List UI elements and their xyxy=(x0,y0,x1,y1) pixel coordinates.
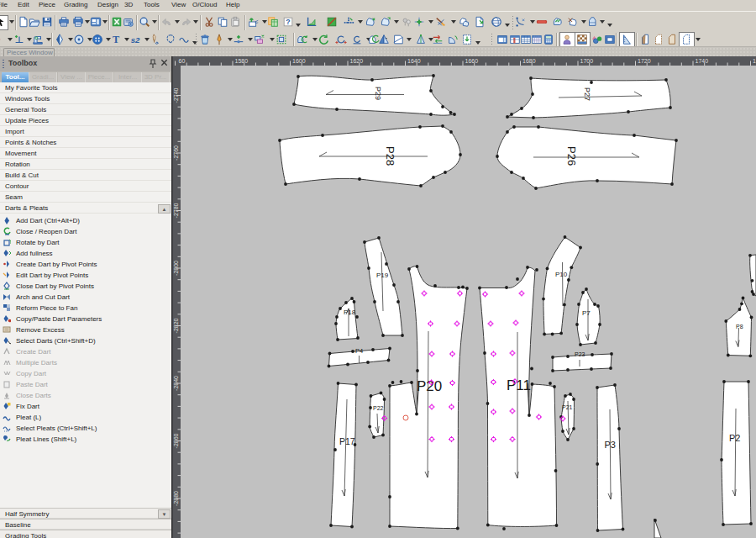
svg-text:P11: P11 xyxy=(507,377,531,393)
svg-text:P18: P18 xyxy=(344,309,356,316)
svg-text:P23: P23 xyxy=(575,351,585,357)
svg-text:-2800: -2800 xyxy=(173,261,179,276)
svg-text:T: T xyxy=(113,34,119,45)
svg-text:P22: P22 xyxy=(373,405,384,411)
svg-text:1700: 1700 xyxy=(580,58,594,64)
svg-text:1720: 1720 xyxy=(638,58,651,64)
svg-text:P20: P20 xyxy=(417,378,442,394)
svg-text:P4: P4 xyxy=(355,347,363,355)
svg-text:-2840: -2840 xyxy=(173,376,179,391)
svg-text:-2780: -2780 xyxy=(173,203,179,218)
svg-text:1580: 1580 xyxy=(235,58,249,64)
svg-text:1640: 1640 xyxy=(407,58,421,64)
svg-text:-2820: -2820 xyxy=(173,318,179,333)
svg-text:1600: 1600 xyxy=(292,58,306,64)
svg-text:-2880: -2880 xyxy=(173,491,179,506)
svg-text:1660: 1660 xyxy=(465,58,479,64)
svg-text:1680: 1680 xyxy=(522,58,536,64)
svg-text:-2860: -2860 xyxy=(173,433,179,448)
svg-text:P3: P3 xyxy=(605,440,616,450)
svg-text:-2740: -2740 xyxy=(173,87,179,103)
svg-text:P21: P21 xyxy=(562,404,573,410)
svg-text:P26: P26 xyxy=(565,146,578,166)
svg-text:P19: P19 xyxy=(376,272,389,279)
svg-text:1760: 1760 xyxy=(753,58,756,64)
svg-text:P2: P2 xyxy=(729,433,740,443)
svg-text:s2: s2 xyxy=(131,35,140,45)
svg-text:-2760: -2760 xyxy=(173,145,179,161)
svg-text:?: ? xyxy=(286,18,290,26)
svg-text:P17: P17 xyxy=(339,436,355,446)
svg-text:P7: P7 xyxy=(582,309,591,317)
svg-text:P10: P10 xyxy=(555,271,568,278)
svg-text:1620: 1620 xyxy=(350,58,364,64)
svg-text:P27: P27 xyxy=(583,87,591,101)
svg-text:P8: P8 xyxy=(736,324,743,330)
svg-text:P29: P29 xyxy=(374,87,382,100)
svg-text:60: 60 xyxy=(179,58,186,64)
svg-text:1740: 1740 xyxy=(696,58,709,64)
svg-text:P28: P28 xyxy=(384,146,396,166)
